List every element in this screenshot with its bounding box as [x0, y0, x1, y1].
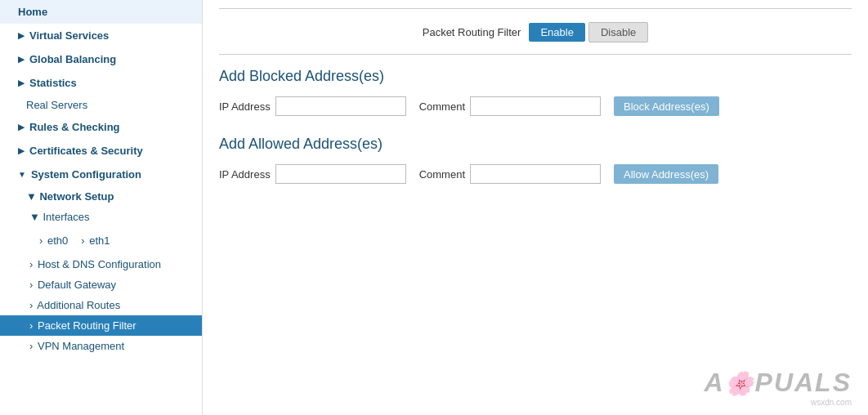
- sidebar-item-statistics-label: Statistics: [29, 77, 77, 89]
- blocked-comment-label: Comment: [419, 100, 465, 113]
- sidebar-item-default-gateway[interactable]: › Default Gateway: [0, 274, 202, 295]
- watermark: A🌸PUALS wsxdn.com: [704, 368, 852, 407]
- filter-label: Packet Routing Filter: [423, 26, 521, 38]
- sidebar-item-default-gateway-label: Default Gateway: [38, 279, 116, 291]
- arrow-icon: ▶: [18, 78, 25, 87]
- sidebar-item-host-dns-label: Host & DNS Configuration: [38, 258, 161, 270]
- sidebar-item-certs-security[interactable]: ▶ Certificates & Security: [0, 139, 202, 163]
- allowed-form-row: IP Address Comment Allow Address(es): [219, 164, 852, 184]
- sidebar-item-eth0-label: eth0: [47, 234, 68, 247]
- arrow-down-icon: ▼: [26, 190, 39, 203]
- sidebar-item-host-dns[interactable]: › Host & DNS Configuration: [0, 254, 202, 274]
- arrow-down-icon: ▼: [29, 211, 43, 223]
- blocked-section-title: Add Blocked Address(es): [219, 68, 852, 85]
- arrow-icon: ›: [29, 258, 33, 270]
- arrow-icon: ▶: [18, 55, 25, 64]
- allowed-comment-label: Comment: [419, 168, 465, 181]
- arrow-icon: ›: [29, 299, 33, 311]
- allowed-comment-input[interactable]: [470, 164, 601, 184]
- sidebar-item-packet-routing-label: Packet Routing Filter: [38, 319, 136, 332]
- allowed-ip-input[interactable]: [275, 164, 406, 184]
- filter-row: Packet Routing Filter Enable Disable: [219, 22, 852, 55]
- sidebar-item-real-servers-label: Real Servers: [26, 99, 87, 111]
- sidebar-item-additional-routes-label: Additional Routes: [37, 299, 120, 311]
- blocked-comment-input[interactable]: [470, 96, 601, 116]
- sidebar-item-network-setup-label: Network Setup: [39, 190, 114, 203]
- watermark-sub: wsxdn.com: [704, 398, 852, 407]
- arrow-icon: ›: [29, 340, 33, 352]
- sidebar-item-home-label: Home: [18, 6, 47, 18]
- sidebar-item-home[interactable]: Home: [0, 0, 202, 24]
- sidebar-item-rules-checking-label: Rules & Checking: [29, 121, 120, 133]
- watermark-text: A🌸PUALS: [704, 368, 852, 398]
- blocked-ip-label: IP Address: [219, 100, 271, 113]
- sidebar-item-system-config[interactable]: ▼ System Configuration: [0, 163, 202, 186]
- sidebar-item-interfaces[interactable]: ▼ Interfaces: [0, 207, 202, 227]
- arrow-icon: ›: [29, 319, 33, 332]
- sidebar-item-additional-routes[interactable]: › Additional Routes: [0, 295, 202, 315]
- enable-button[interactable]: Enable: [529, 23, 584, 42]
- sidebar-item-virtual-services[interactable]: ▶ Virtual Services: [0, 24, 202, 47]
- sidebar: Home ▶ Virtual Services ▶ Global Balanci…: [0, 0, 203, 415]
- disable-button[interactable]: Disable: [588, 22, 648, 42]
- sidebar-item-interfaces-label: Interfaces: [43, 211, 89, 223]
- sidebar-item-system-config-label: System Configuration: [31, 168, 141, 181]
- block-address-button[interactable]: Block Address(es): [614, 96, 719, 116]
- sidebar-item-packet-routing[interactable]: › Packet Routing Filter: [0, 315, 202, 336]
- arrow-down-icon: ▼: [18, 170, 26, 179]
- arrow-icon: ›: [81, 234, 84, 247]
- sidebar-item-virtual-services-label: Virtual Services: [29, 29, 109, 42]
- sidebar-item-certs-security-label: Certificates & Security: [29, 145, 143, 157]
- arrow-icon: ›: [39, 234, 43, 247]
- arrow-icon: ›: [29, 279, 33, 291]
- sidebar-item-vpn-management-label: VPN Management: [38, 340, 124, 352]
- sidebar-item-real-servers[interactable]: Real Servers: [0, 95, 202, 115]
- interfaces-children: › eth0 › eth1: [0, 227, 202, 254]
- sidebar-item-eth1[interactable]: › eth1: [81, 230, 119, 251]
- sidebar-item-eth0[interactable]: › eth0: [39, 230, 81, 251]
- allow-address-button[interactable]: Allow Address(es): [614, 164, 718, 184]
- arrow-icon: ▶: [18, 123, 25, 132]
- allowed-ip-label: IP Address: [219, 168, 271, 181]
- blocked-ip-input[interactable]: [275, 96, 406, 116]
- sidebar-item-vpn-management[interactable]: › VPN Management: [0, 336, 202, 356]
- arrow-icon: ▶: [18, 31, 25, 40]
- sidebar-item-global-balancing-label: Global Balancing: [29, 53, 116, 65]
- sidebar-item-network-setup[interactable]: ▼ Network Setup: [0, 186, 202, 207]
- allowed-section-title: Add Allowed Address(es): [219, 136, 852, 153]
- blocked-form-row: IP Address Comment Block Address(es): [219, 96, 852, 116]
- sidebar-item-eth1-label: eth1: [89, 234, 110, 247]
- top-divider: [219, 8, 852, 9]
- sidebar-item-rules-checking[interactable]: ▶ Rules & Checking: [0, 115, 202, 139]
- sidebar-item-global-balancing[interactable]: ▶ Global Balancing: [0, 47, 202, 71]
- arrow-icon: ▶: [18, 146, 25, 155]
- sidebar-item-statistics[interactable]: ▶ Statistics: [0, 71, 202, 95]
- main-content: Packet Routing Filter Enable Disable Add…: [203, 0, 868, 415]
